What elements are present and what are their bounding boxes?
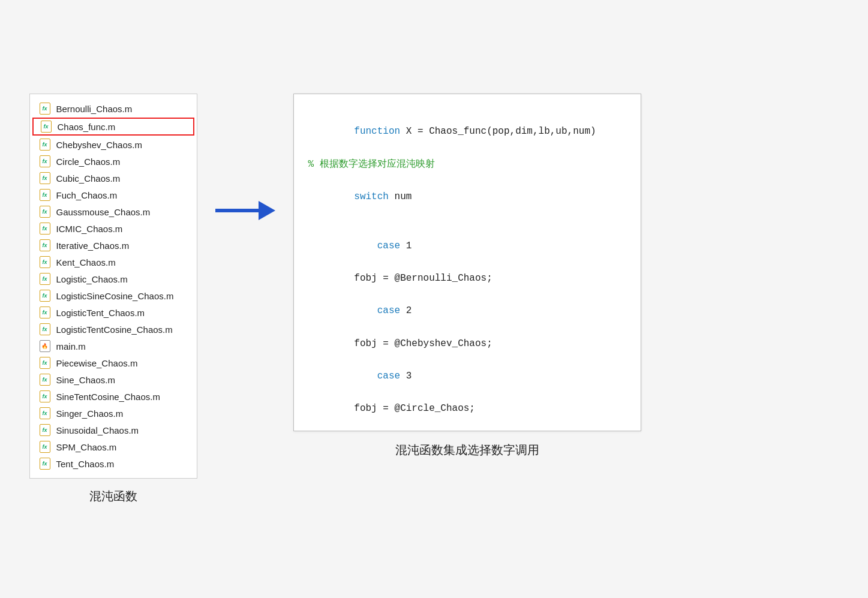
keyword-switch: switch — [354, 191, 389, 202]
file-item[interactable]: SPM_Chaos.m — [30, 438, 197, 455]
m-file-icon — [40, 357, 50, 369]
file-item[interactable]: ICMIC_Chaos.m — [30, 220, 197, 237]
file-name: SineTentCosine_Chaos.m — [56, 392, 160, 402]
file-item[interactable]: Sine_Chaos.m — [30, 371, 197, 388]
file-item[interactable]: LogisticTentCosine_Chaos.m — [30, 321, 197, 338]
file-name: Fuch_Chaos.m — [56, 190, 118, 200]
file-icon — [38, 272, 52, 286]
m-file-icon — [40, 424, 50, 436]
file-icon — [38, 390, 52, 403]
file-name: Sinusoidal_Chaos.m — [56, 425, 139, 435]
file-name: Tent_Chaos.m — [56, 459, 115, 469]
file-panel-label: 混沌函数 — [89, 488, 137, 504]
file-item[interactable]: Kent_Chaos.m — [30, 254, 197, 271]
file-item[interactable]: Cubic_Chaos.m — [30, 170, 197, 187]
code-line-4: case 1 — [308, 221, 624, 271]
m-file-icon — [40, 390, 50, 402]
code-line-9: fobj = @Circle_Chaos; — [308, 401, 624, 417]
code-line-1: function X = Chaos_func(pop,dim,lb,ub,nu… — [308, 107, 624, 157]
code-line-2: % 根据数字选择对应混沌映射 — [308, 157, 624, 173]
file-icon — [38, 423, 52, 437]
file-name: Chebyshev_Chaos.m — [56, 140, 142, 150]
code-indent-2 — [354, 305, 377, 316]
file-icon — [38, 138, 52, 151]
code-panel: function X = Chaos_func(pop,dim,lb,ub,nu… — [293, 94, 641, 431]
file-item[interactable]: LogisticTent_Chaos.m — [30, 304, 197, 321]
file-item[interactable]: Bernoulli_Chaos.m — [30, 100, 197, 117]
main-file-icon — [40, 340, 50, 352]
keyword-case-1: case — [377, 241, 400, 251]
m-file-icon — [40, 441, 50, 453]
code-line-8: case 3 — [308, 352, 624, 401]
m-file-icon — [40, 407, 50, 419]
main-container: Bernoulli_Chaos.mChaos_func.mChebyshev_C… — [29, 94, 839, 504]
file-name: ICMIC_Chaos.m — [56, 224, 123, 234]
code-case-1-val: 1 — [400, 241, 412, 251]
m-file-icon — [40, 172, 50, 184]
file-icon — [38, 222, 52, 235]
file-item[interactable]: main.m — [30, 338, 197, 354]
file-icon — [38, 102, 52, 115]
file-item[interactable]: Sinusoidal_Chaos.m — [30, 422, 197, 438]
file-name: main.m — [56, 341, 86, 351]
file-icon — [38, 339, 52, 353]
file-item[interactable]: SineTentCosine_Chaos.m — [30, 388, 197, 405]
file-item[interactable]: Singer_Chaos.m — [30, 405, 197, 422]
m-file-icon — [40, 189, 50, 201]
m-file-icon — [40, 323, 50, 335]
m-file-icon — [40, 273, 50, 285]
file-icon — [40, 120, 53, 133]
m-file-icon — [40, 458, 50, 470]
m-file-icon — [40, 290, 50, 302]
file-icon — [38, 323, 52, 336]
file-icon — [38, 457, 52, 470]
file-name: SPM_Chaos.m — [56, 442, 117, 452]
file-item[interactable]: Chaos_func.m — [32, 118, 194, 136]
code-line-5: fobj = @Bernoulli_Chaos; — [308, 271, 624, 287]
m-file-icon — [40, 206, 50, 218]
file-name: Bernoulli_Chaos.m — [56, 104, 133, 114]
arrow-line — [215, 209, 259, 212]
file-icon — [38, 239, 52, 252]
m-file-icon — [41, 121, 52, 133]
file-name: Iterative_Chaos.m — [56, 241, 130, 251]
file-item[interactable]: Logistic_Chaos.m — [30, 271, 197, 287]
file-name: Kent_Chaos.m — [56, 257, 116, 268]
m-file-icon — [40, 223, 50, 235]
file-name: Circle_Chaos.m — [56, 157, 121, 167]
code-panel-wrapper: function X = Chaos_func(pop,dim,lb,ub,nu… — [293, 94, 641, 458]
file-item[interactable]: Piecewise_Chaos.m — [30, 354, 197, 371]
file-item[interactable]: Gaussmouse_Chaos.m — [30, 203, 197, 220]
file-name: LogisticTent_Chaos.m — [56, 308, 145, 318]
m-file-icon — [40, 374, 50, 386]
file-icon — [38, 373, 52, 386]
file-name: Chaos_func.m — [58, 122, 116, 132]
code-indent-1 — [354, 241, 377, 251]
file-panel: Bernoulli_Chaos.mChaos_func.mChebyshev_C… — [29, 94, 197, 479]
file-name: LogisticTentCosine_Chaos.m — [56, 324, 173, 335]
code-line-7: fobj = @Chebyshev_Chaos; — [308, 336, 624, 352]
file-icon — [38, 256, 52, 269]
file-item[interactable]: Fuch_Chaos.m — [30, 187, 197, 203]
arrow-head — [259, 201, 275, 220]
file-icon — [38, 356, 52, 369]
file-icon — [38, 155, 52, 168]
code-line-3-rest: num — [389, 191, 412, 202]
file-item[interactable]: Chebyshev_Chaos.m — [30, 136, 197, 153]
file-icon — [38, 440, 52, 453]
file-item[interactable]: Circle_Chaos.m — [30, 153, 197, 170]
file-item[interactable]: LogisticSineCosine_Chaos.m — [30, 287, 197, 304]
file-name: Sine_Chaos.m — [56, 375, 115, 385]
file-name: Singer_Chaos.m — [56, 408, 124, 419]
file-item[interactable]: Tent_Chaos.m — [30, 455, 197, 472]
code-case-3-val: 3 — [400, 371, 412, 381]
m-file-icon — [40, 139, 50, 151]
code-line-6: case 2 — [308, 287, 624, 336]
code-case-2-val: 2 — [400, 305, 412, 316]
file-icon — [38, 188, 52, 202]
file-icon — [38, 172, 52, 185]
file-item[interactable]: Iterative_Chaos.m — [30, 237, 197, 254]
m-file-icon — [40, 155, 50, 167]
file-name: Logistic_Chaos.m — [56, 274, 128, 284]
m-file-icon — [40, 103, 50, 115]
